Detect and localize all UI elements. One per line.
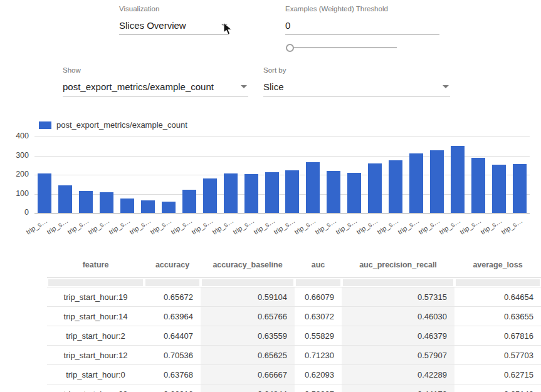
feature-cell: trip_start_hour:0	[47, 365, 144, 384]
column-filter-input[interactable]	[343, 279, 453, 286]
bar-chart: 0100200300400trip_s…trip_s…trip_s…trip_s…	[0, 128, 541, 252]
metric-cell: 0.71230	[295, 346, 342, 365]
bar[interactable]	[79, 191, 93, 213]
mouse-cursor	[223, 23, 234, 35]
slider-knob[interactable]	[286, 44, 294, 52]
metric-cell: 0.42289	[342, 365, 454, 384]
bar[interactable]	[389, 160, 402, 213]
bar[interactable]	[203, 178, 217, 213]
feature-cell: trip_start_hour:14	[47, 307, 144, 326]
filter-cell	[454, 278, 541, 287]
visualization-value: Slices Overview	[119, 20, 186, 31]
metric-cell: 0.65625	[201, 346, 295, 365]
bar[interactable]	[265, 172, 279, 213]
show-label: Show	[63, 66, 248, 74]
sort-by-control: Sort by Slice	[263, 66, 450, 96]
table-filter-row	[47, 278, 541, 287]
metric-cell: 0.57315	[342, 287, 454, 307]
metrics-table: featureaccuracyaccuracy_baselineaucauc_p…	[47, 252, 541, 392]
metric-cell: 0.70536	[144, 346, 201, 365]
bar[interactable]	[409, 153, 423, 213]
threshold-control: Examples (Weighted) Threshold 0	[285, 5, 439, 35]
metric-cell: 0.55829	[295, 326, 342, 346]
metric-cell: 0.57907	[342, 346, 454, 365]
y-axis-tick-label: 0	[3, 208, 29, 217]
table-row[interactable]: trip_start_hour:00.637680.666670.620930.…	[47, 365, 541, 384]
filter-cell	[201, 278, 295, 287]
visualization-dropdown[interactable]: Slices Overview	[119, 16, 229, 35]
column-header[interactable]: accuracy_baseline	[201, 252, 295, 278]
metric-cell: 0.66079	[295, 287, 342, 307]
metric-cell: 0.44173	[342, 384, 454, 392]
sort-by-dropdown[interactable]: Slice	[263, 77, 450, 96]
metric-cell: 0.65672	[144, 287, 201, 307]
bar[interactable]	[368, 163, 382, 213]
bar[interactable]	[492, 165, 506, 213]
column-filter-input[interactable]	[296, 279, 340, 286]
legend-swatch	[39, 121, 51, 129]
table-row[interactable]: trip_start_hour:20.644070.635590.558290.…	[47, 326, 541, 346]
table-header-row: featureaccuracyaccuracy_baselineaucauc_p…	[47, 252, 541, 278]
column-header[interactable]: auc_precision_recall	[342, 252, 454, 278]
column-header[interactable]: auc	[295, 252, 342, 278]
metric-cell: 0.64844	[201, 384, 295, 392]
bar[interactable]	[58, 185, 72, 213]
bar[interactable]	[244, 174, 258, 213]
bar[interactable]	[306, 162, 320, 213]
metric-cell: 0.57703	[454, 346, 541, 365]
metric-cell: 0.63768	[144, 365, 201, 384]
metric-cell: 0.59104	[201, 287, 295, 307]
filter-cell	[144, 278, 201, 287]
filter-cell	[342, 278, 454, 287]
bar[interactable]	[327, 171, 340, 213]
bar[interactable]	[513, 164, 527, 213]
table-row[interactable]: trip_start_hour:190.656720.591040.660790…	[47, 287, 541, 307]
bar[interactable]	[100, 192, 113, 213]
metric-cell: 0.64654	[454, 287, 541, 307]
y-axis-tick-label: 400	[3, 132, 29, 140]
feature-cell: trip_start_hour:12	[47, 346, 144, 365]
bar[interactable]	[120, 199, 134, 213]
metric-cell: 0.62093	[295, 365, 342, 384]
dropdown-arrow-icon[interactable]	[241, 85, 247, 88]
metric-cell: 0.67816	[454, 326, 541, 346]
metric-cell: 0.66016	[144, 384, 201, 392]
metric-cell: 0.46379	[342, 326, 454, 346]
bar[interactable]	[347, 173, 361, 213]
column-filter-input[interactable]	[48, 279, 143, 286]
bar[interactable]	[224, 173, 238, 213]
bar[interactable]	[430, 150, 444, 213]
threshold-slider[interactable]	[285, 43, 397, 52]
column-filter-input[interactable]	[145, 279, 199, 286]
bar[interactable]	[451, 146, 465, 213]
y-axis-tick-label: 300	[3, 151, 29, 160]
bar[interactable]	[141, 200, 155, 213]
column-header[interactable]: feature	[47, 252, 144, 278]
y-axis-tick-label: 100	[3, 189, 29, 198]
column-filter-input[interactable]	[456, 279, 540, 286]
gridline	[34, 213, 530, 214]
metrics-table-container: featureaccuracyaccuracy_baselineaucauc_p…	[47, 252, 541, 392]
slider-track[interactable]	[293, 47, 397, 48]
table-row[interactable]: trip_start_hour:140.639640.657660.630720…	[47, 307, 541, 326]
show-value: post_export_metrics/example_count	[63, 81, 214, 92]
visualization-label: Visualization	[119, 5, 229, 13]
bar[interactable]	[471, 158, 485, 213]
column-header[interactable]: accuracy	[144, 252, 201, 278]
threshold-input[interactable]: 0	[285, 16, 439, 35]
table-row[interactable]: trip_start_hour:120.705360.656250.712300…	[47, 346, 541, 365]
threshold-label: Examples (Weighted) Threshold	[285, 5, 439, 13]
show-dropdown[interactable]: post_export_metrics/example_count	[63, 77, 248, 96]
column-filter-input[interactable]	[202, 279, 293, 286]
metric-cell: 0.63072	[295, 307, 342, 326]
column-header[interactable]: average_loss	[454, 252, 541, 278]
bar[interactable]	[162, 202, 176, 213]
sort-by-label: Sort by	[263, 66, 450, 74]
dropdown-arrow-icon[interactable]	[443, 85, 449, 88]
y-axis-tick-label: 200	[3, 170, 29, 178]
bar[interactable]	[285, 170, 299, 213]
bar[interactable]	[182, 190, 196, 213]
table-row[interactable]: trip_start_hour:230.660160.648440.583370…	[47, 384, 541, 392]
threshold-value: 0	[285, 20, 290, 31]
bar[interactable]	[38, 173, 51, 213]
